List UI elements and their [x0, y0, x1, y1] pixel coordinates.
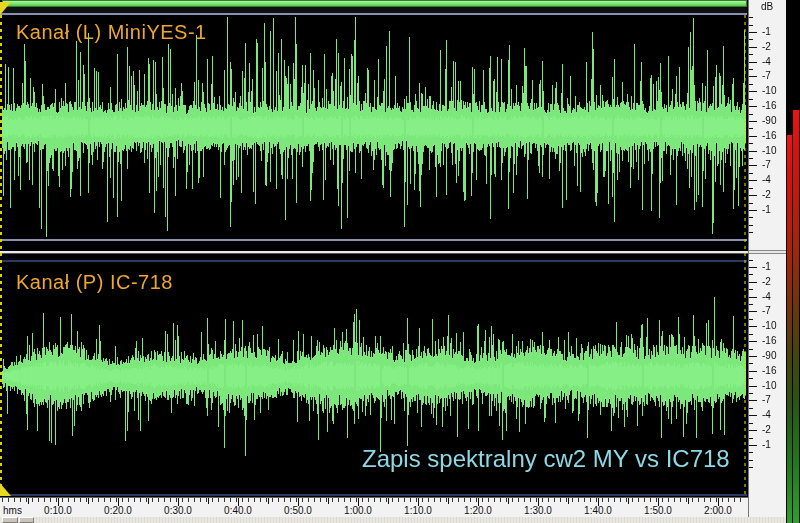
time-tick-medium	[388, 498, 389, 504]
db-tick	[749, 217, 753, 218]
db-tick	[749, 460, 753, 461]
db-tick	[749, 282, 757, 283]
db-tick	[749, 99, 753, 100]
time-tick-medium	[208, 498, 209, 504]
db-tick	[749, 114, 753, 115]
db-tick	[749, 260, 753, 261]
db-tick	[749, 136, 757, 137]
db-tick	[749, 267, 757, 268]
db-tick	[749, 400, 757, 401]
audio-editor-window: Kanał (L) MiniYES-1 Kanał (P) IC-718 Zap…	[0, 0, 800, 523]
db-tick	[749, 430, 757, 431]
channel-left-waveform[interactable]	[2, 15, 746, 239]
db-label: -16	[762, 100, 786, 112]
db-label: -4	[762, 409, 786, 421]
selection-start-marker[interactable]	[0, 15, 2, 495]
db-label: -10	[762, 380, 786, 392]
db-tick	[749, 438, 753, 439]
channel-divider[interactable]	[0, 251, 786, 254]
db-tick	[749, 76, 757, 77]
db-tick	[749, 203, 753, 204]
db-tick	[749, 467, 753, 468]
db-tick	[749, 47, 757, 48]
selection-end-marker[interactable]	[744, 15, 746, 495]
scrollbar-handle[interactable]	[2, 517, 18, 523]
db-label: -1	[762, 439, 786, 451]
db-label: -10	[762, 85, 786, 97]
selection-handle-top-icon[interactable]	[0, 2, 11, 15]
db-tick	[749, 319, 753, 320]
caption-text: Zapis spektralny cw2 MY vs IC718	[362, 445, 730, 473]
db-label: -2	[762, 41, 786, 53]
db-ruler[interactable]: dB -1-2-4-7-10-16-90-16-10-7-4-2-1-1-2-4…	[748, 0, 786, 517]
time-label: 0:30.0	[156, 505, 200, 516]
db-tick	[749, 423, 753, 424]
time-label: 2:00.0	[696, 505, 740, 516]
db-tick	[749, 378, 753, 379]
time-tick-medium	[568, 498, 569, 504]
time-label: 1:10.0	[396, 505, 440, 516]
horizontal-scrollbar[interactable]	[0, 517, 786, 523]
time-tick-medium	[508, 498, 509, 504]
db-label: -1	[762, 204, 786, 216]
time-tick-medium	[448, 498, 449, 504]
channel-left-bottom-border	[0, 239, 747, 241]
time-label: 0:10.0	[36, 505, 80, 516]
db-tick	[749, 84, 753, 85]
db-tick	[749, 371, 757, 372]
db-label: -2	[762, 189, 786, 201]
time-label: 0:40.0	[216, 505, 260, 516]
db-label: -4	[762, 291, 786, 303]
db-tick	[749, 297, 757, 298]
selection-handle-bottom-icon[interactable]	[0, 483, 11, 496]
db-label: -4	[762, 174, 786, 186]
db-label: -90	[762, 115, 786, 127]
time-ruler-minor-ticks	[2, 498, 746, 502]
db-label: -10	[762, 145, 786, 157]
db-tick	[749, 225, 753, 226]
db-tick	[749, 274, 753, 275]
db-label: -1	[762, 261, 786, 273]
db-tick	[749, 289, 753, 290]
db-tick	[749, 386, 757, 387]
db-label: -90	[762, 350, 786, 362]
time-tick-medium	[328, 498, 329, 504]
time-label: 1:30.0	[516, 505, 560, 516]
time-label: 1:20.0	[456, 505, 500, 516]
time-ruler[interactable]: hms 0:10.00:20.00:30.00:40.00:50.01:00.0…	[0, 497, 748, 517]
scrollbar-track[interactable]	[36, 517, 786, 523]
db-tick	[749, 341, 757, 342]
time-label: 0:20.0	[96, 505, 140, 516]
db-tick	[749, 415, 757, 416]
db-tick	[749, 445, 757, 446]
db-label: -16	[762, 335, 786, 347]
db-tick	[749, 232, 753, 233]
time-label: 0:50.0	[276, 505, 320, 516]
db-tick	[749, 143, 753, 144]
horizontal-position-bar[interactable]	[2, 0, 747, 7]
db-tick	[749, 356, 757, 357]
time-tick-medium	[28, 498, 29, 504]
db-tick	[749, 158, 753, 159]
time-tick-medium	[688, 498, 689, 504]
db-tick	[749, 151, 757, 152]
db-tick	[749, 121, 757, 122]
channel-left-title: Kanał (L) MiniYES-1	[16, 21, 207, 44]
db-label: -1	[762, 26, 786, 38]
scrollbar-button[interactable]	[19, 517, 34, 523]
db-label: -7	[762, 70, 786, 82]
db-tick	[749, 128, 753, 129]
db-tick	[749, 311, 757, 312]
db-tick	[749, 106, 757, 107]
db-tick	[749, 32, 757, 33]
time-tick-medium	[628, 498, 629, 504]
time-tick-medium	[88, 498, 89, 504]
time-label: 1:40.0	[576, 505, 620, 516]
db-label: -7	[762, 159, 786, 171]
db-tick	[749, 304, 753, 305]
channel-right-title: Kanał (P) IC-718	[16, 271, 173, 294]
db-tick	[749, 25, 753, 26]
db-label: -7	[762, 305, 786, 317]
channel-right-bottom-border	[0, 494, 747, 496]
level-meter-bar-right	[793, 110, 799, 523]
